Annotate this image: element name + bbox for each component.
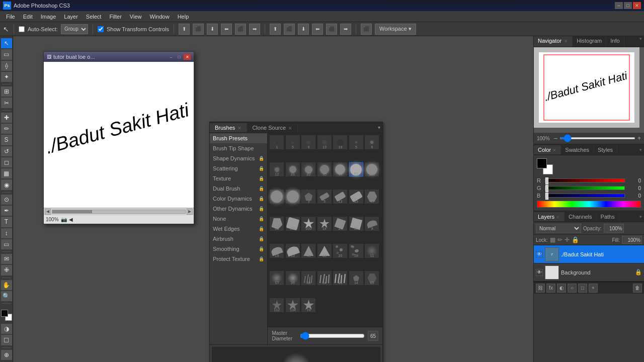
brush-item[interactable]: 65 — [270, 217, 284, 231]
clone-tab-close-icon[interactable]: ✕ — [288, 126, 292, 131]
tab-color[interactable]: Color ✕ — [534, 145, 561, 154]
auto-select-group-select[interactable]: Group Layer — [61, 24, 88, 34]
quick-mask-btn[interactable]: ◑ — [1, 324, 12, 334]
brush-item[interactable]: 19 — [333, 135, 347, 149]
align-vcenter-icon[interactable]: ⬛ — [193, 24, 204, 35]
menu-select[interactable]: Select — [82, 13, 106, 21]
stamp-tool[interactable]: S — [1, 135, 12, 145]
brush-item[interactable]: 45 — [333, 162, 347, 176]
brush-item[interactable]: 20 — [333, 244, 347, 258]
doc-maximize-btn[interactable]: □ — [176, 54, 183, 60]
layer-link-btn[interactable]: ⛓ — [536, 284, 545, 293]
fill-input[interactable] — [622, 236, 642, 244]
brush-item[interactable]: 19 — [270, 244, 284, 258]
brush-item[interactable]: 19 — [349, 190, 363, 204]
path-select-tool[interactable]: ↕ — [1, 228, 12, 238]
cat-color-dynamics[interactable]: Color Dynamics 🔒 — [210, 194, 267, 204]
tab-layers[interactable]: Layers ✕ — [534, 212, 565, 221]
nav-zoom-slider[interactable] — [559, 137, 635, 139]
menu-window[interactable]: Window — [146, 13, 174, 21]
distribute-right-icon[interactable]: ➡ — [340, 24, 351, 35]
brushes-tab-close-icon[interactable]: ✕ — [237, 126, 242, 131]
menu-help[interactable]: Help — [174, 13, 193, 21]
close-button[interactable]: ✕ — [633, 2, 641, 9]
lock-all-icon[interactable]: 🔒 — [572, 236, 579, 243]
menu-filter[interactable]: Filter — [105, 13, 125, 21]
scroll-track[interactable] — [52, 210, 186, 214]
doc-close-btn[interactable]: ✕ — [184, 54, 191, 60]
brush-item[interactable]: 112 — [270, 298, 284, 312]
magic-wand-tool[interactable]: ✦ — [1, 72, 12, 82]
brush-item[interactable]: 17 — [270, 271, 284, 285]
hand-tool[interactable]: ✋ — [1, 280, 12, 290]
align-left-icon[interactable]: ⬅ — [221, 24, 232, 35]
brush-item[interactable]: 134 — [286, 298, 300, 312]
lock-image-icon[interactable]: ✏ — [557, 236, 562, 243]
align-bottom-icon[interactable]: ⬇ — [207, 24, 218, 35]
channel-b-value[interactable]: 0 — [627, 193, 641, 199]
move-tool[interactable]: ↖ — [1, 38, 12, 48]
brush-item[interactable]: 11 — [365, 244, 379, 258]
tab-paths[interactable]: Paths — [597, 212, 619, 221]
doc-canvas[interactable]: ./Badut Sakit Hati — [44, 62, 194, 208]
master-diameter-value[interactable]: 65 — [368, 331, 378, 341]
show-transform-checkbox[interactable] — [98, 26, 104, 32]
master-diameter-slider[interactable] — [300, 332, 365, 340]
brush-item[interactable]: 200 — [301, 217, 315, 231]
cat-dual-brush[interactable]: Dual Brush 🔒 — [210, 184, 267, 194]
blend-mode-select[interactable]: Normal Dissolve Multiply Screen — [536, 224, 581, 233]
brush-item[interactable]: 8 — [365, 135, 379, 149]
cat-airbrush[interactable]: Airbrush 🔒 — [210, 234, 267, 244]
layer-eye-badut[interactable]: 👁 — [536, 251, 543, 258]
layer-eye-background[interactable]: 👁 — [536, 269, 543, 276]
tab-histogram[interactable]: Histogram — [573, 36, 606, 47]
menu-file[interactable]: File — [2, 13, 19, 21]
layer-adjustment-btn[interactable]: ○ — [568, 284, 577, 293]
brush-item[interactable]: 14 — [349, 271, 363, 285]
lock-transparent-icon[interactable]: ▦ — [550, 236, 555, 243]
slice-tool[interactable]: ✂ — [1, 98, 12, 108]
brush-item[interactable]: 9 — [301, 135, 315, 149]
channel-r-value[interactable]: 0 — [627, 178, 641, 184]
heal-tool[interactable]: ✚ — [1, 113, 12, 123]
history-tool[interactable]: ↺ — [1, 146, 12, 156]
align-right-icon[interactable]: ➡ — [249, 24, 260, 35]
brush-item[interactable]: 45 — [365, 190, 379, 204]
brush-item[interactable]: 100 — [365, 162, 379, 176]
nav-zoom-value[interactable]: 100% — [537, 136, 552, 141]
arrange-icon[interactable]: ⬛ — [361, 24, 372, 35]
nav-tab-close[interactable]: ✕ — [564, 39, 568, 44]
tab-styles[interactable]: Styles — [594, 145, 617, 154]
notes-tool[interactable]: ✉ — [1, 254, 12, 264]
gradient-tool[interactable]: ▦ — [1, 168, 12, 178]
brush-item[interactable]: 65 — [365, 271, 379, 285]
brush-item[interactable]: 13 — [333, 190, 347, 204]
dodge-tool[interactable]: ⊙ — [1, 195, 12, 205]
cs-btn[interactable]: ⊕ — [1, 350, 12, 360]
type-tool[interactable]: T — [1, 217, 12, 227]
cat-wet-edges[interactable]: Wet Edges 🔒 — [210, 224, 267, 234]
tab-info[interactable]: Info — [606, 36, 624, 47]
tab-clone-source[interactable]: Clone Source ✕ — [247, 123, 298, 132]
cat-brush-tip[interactable]: Brush Tip Shape — [210, 143, 267, 153]
distribute-hcenter-icon[interactable]: ⬛ — [326, 24, 337, 35]
zoom-plus-icon[interactable]: + — [637, 135, 641, 142]
brush-item[interactable]: 25 — [286, 271, 300, 285]
marquee-tool[interactable]: ▭ — [1, 49, 12, 59]
zoom-minus-icon[interactable]: – — [554, 135, 557, 142]
menu-edit[interactable]: Edit — [19, 13, 37, 21]
cat-scattering[interactable]: Scattering 🔒 — [210, 163, 267, 173]
color-tab-close[interactable]: ✕ — [552, 148, 556, 153]
brush-item[interactable]: 5 — [317, 190, 332, 204]
scroll-right-btn[interactable]: ▶ — [187, 209, 193, 215]
cat-texture[interactable]: Texture 🔒 — [210, 173, 267, 184]
fg-color-swatch[interactable] — [1, 310, 8, 317]
brush-item[interactable]: 24 — [333, 217, 347, 231]
eyedropper-tool[interactable]: ✙ — [1, 265, 12, 275]
channel-g-slider[interactable] — [545, 186, 625, 190]
brush-item[interactable]: 3 — [301, 190, 315, 204]
brush-item[interactable]: 9 — [365, 217, 379, 231]
channel-r-slider[interactable] — [545, 178, 625, 183]
cat-other-dynamics[interactable]: Other Dynamics 🔒 — [210, 204, 267, 214]
doc-minimize-btn[interactable]: – — [168, 54, 175, 60]
